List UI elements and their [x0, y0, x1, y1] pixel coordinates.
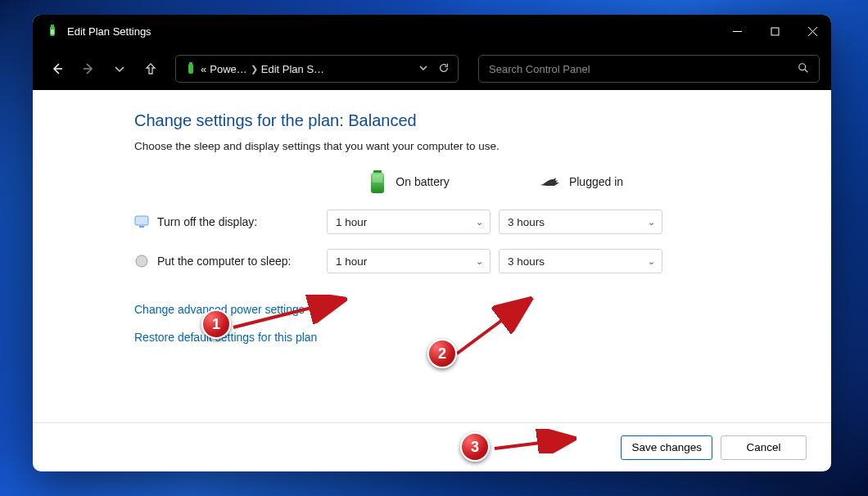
- nav-forward-button[interactable]: [75, 56, 102, 82]
- cancel-button[interactable]: Cancel: [721, 435, 807, 460]
- svg-point-18: [136, 255, 147, 267]
- row-turn-off-display: Turn off the display:: [134, 214, 319, 229]
- svg-point-11: [799, 63, 806, 70]
- svg-rect-4: [771, 28, 779, 35]
- monitor-icon: [134, 214, 149, 229]
- settings-grid: On battery Plugged in Turn off the displ…: [134, 169, 808, 273]
- content-area: Change settings for the plan: Balanced C…: [33, 90, 831, 422]
- breadcrumb-dropdown-icon[interactable]: [418, 63, 428, 75]
- chevron-down-icon: ⌄: [476, 256, 483, 267]
- nav-back-button[interactable]: [44, 56, 70, 82]
- close-button[interactable]: [793, 15, 831, 47]
- battery-icon: [368, 169, 387, 195]
- row-sleep: Put the computer to sleep:: [134, 254, 319, 268]
- row-label: Turn off the display:: [157, 215, 257, 228]
- breadcrumb-item[interactable]: Edit Plan S…: [261, 63, 324, 75]
- minimize-button[interactable]: [718, 15, 756, 47]
- breadcrumb[interactable]: « Powe… ❯ Edit Plan S…: [175, 55, 459, 83]
- app-icon: [46, 25, 59, 38]
- dropdown-value: 3 hours: [508, 216, 545, 228]
- maximize-button[interactable]: [756, 15, 793, 47]
- window-title: Edit Plan Settings: [67, 25, 151, 38]
- restore-default-settings-link[interactable]: Restore default settings for this plan: [134, 331, 808, 344]
- titlebar: Edit Plan Settings: [33, 15, 831, 47]
- dropdown-value: 1 hour: [336, 216, 367, 228]
- dropdown-value: 1 hour: [336, 255, 367, 268]
- page-subheading: Choose the sleep and display settings th…: [134, 140, 808, 152]
- column-plugged-in: Plugged in: [499, 175, 662, 188]
- column-label: On battery: [396, 175, 449, 188]
- row-label: Put the computer to sleep:: [157, 255, 291, 268]
- sleep-battery-dropdown[interactable]: 1 hour ⌄: [327, 249, 491, 273]
- svg-rect-17: [139, 226, 144, 228]
- search-icon: [798, 62, 809, 76]
- display-plugged-dropdown[interactable]: 3 hours ⌄: [499, 210, 662, 234]
- svg-rect-2: [51, 29, 54, 34]
- svg-rect-16: [135, 216, 148, 225]
- nav-recent-button[interactable]: [106, 56, 133, 82]
- chevron-down-icon: ⌄: [648, 256, 655, 267]
- chevron-down-icon: ⌄: [476, 217, 483, 228]
- breadcrumb-prefix: «: [201, 63, 206, 75]
- nav-up-button[interactable]: [138, 56, 164, 82]
- search-box[interactable]: [478, 55, 820, 83]
- change-advanced-power-settings-link[interactable]: Change advanced power settings: [134, 303, 808, 316]
- column-on-battery: On battery: [327, 169, 491, 195]
- svg-rect-9: [188, 64, 193, 74]
- edit-plan-settings-window: Edit Plan Settings « Powe… ❯ Edit Plan S…: [33, 15, 831, 471]
- refresh-button[interactable]: [438, 62, 450, 76]
- chevron-right-icon: ❯: [251, 64, 258, 74]
- column-label: Plugged in: [569, 175, 623, 188]
- power-options-icon: [184, 62, 197, 75]
- svg-line-12: [805, 69, 808, 72]
- chevron-down-icon: ⌄: [648, 217, 655, 228]
- svg-rect-1: [51, 25, 54, 27]
- plug-icon: [538, 176, 561, 187]
- sleep-plugged-dropdown[interactable]: 3 hours ⌄: [499, 249, 662, 273]
- moon-icon: [134, 254, 149, 268]
- nav-toolbar: « Powe… ❯ Edit Plan S…: [33, 47, 831, 90]
- svg-rect-15: [373, 174, 382, 183]
- save-changes-button[interactable]: Save changes: [621, 435, 712, 460]
- page-heading: Change settings for the plan: Balanced: [134, 111, 808, 130]
- breadcrumb-item[interactable]: Powe…: [210, 63, 247, 75]
- search-input[interactable]: [489, 63, 798, 75]
- display-battery-dropdown[interactable]: 1 hour ⌄: [327, 210, 491, 234]
- dropdown-value: 3 hours: [508, 255, 545, 268]
- footer-bar: Save changes Cancel: [33, 422, 831, 471]
- svg-rect-10: [189, 62, 192, 65]
